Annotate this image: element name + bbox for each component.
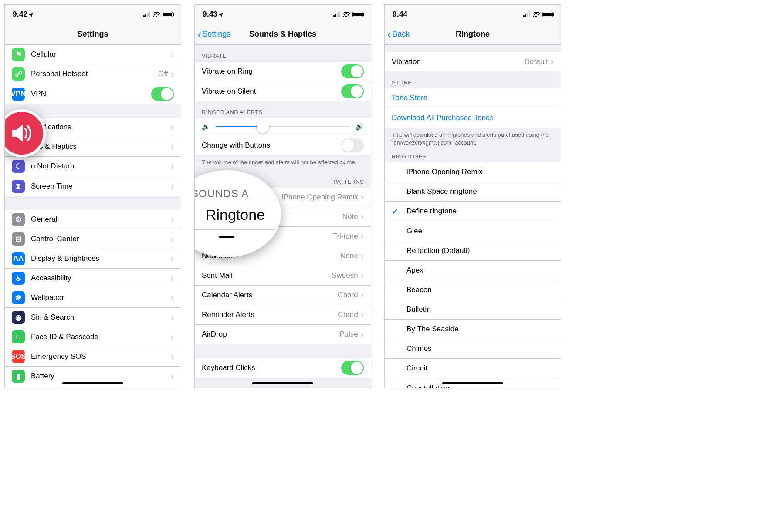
back-button[interactable]: Settings (197, 30, 230, 39)
row-label: Emergency SOS (31, 352, 171, 361)
pattern-label: Sent Mail (202, 271, 332, 280)
general-icon: ⚙ (12, 213, 25, 226)
row-ringtone-custom-3[interactable]: Glee (385, 221, 561, 241)
speaker-icon (8, 119, 36, 147)
cellular-icon: ⚑ (12, 48, 25, 61)
row-pattern-4[interactable]: Sent MailSwoosh› (195, 266, 371, 286)
row-ringtone-builtin-6[interactable]: Circuit (385, 359, 561, 378)
volume-high-icon: 🔊 (355, 122, 364, 131)
toggle-keyboard-clicks[interactable] (341, 361, 364, 375)
toggle-vibrate-ring[interactable] (341, 64, 364, 78)
chevron-right-icon: › (171, 124, 174, 131)
row-ringtone-custom-2[interactable]: ✓Define ringtone (385, 202, 561, 221)
row-control[interactable]: ⊟Control Center› (5, 229, 181, 249)
row-download-tones[interactable]: Download All Purchased Tones (385, 108, 561, 128)
row-privacy[interactable]: ✋Privacy› (5, 386, 181, 388)
row-label: Screen Time (31, 182, 171, 191)
row-change-with-buttons[interactable]: Change with Buttons (195, 135, 371, 155)
toggle-change-buttons[interactable] (341, 138, 364, 152)
row-label: Cellular (31, 50, 171, 59)
back-button[interactable]: Back (387, 30, 410, 39)
settings-list[interactable]: ⚑Cellular›☍Personal HotspotOff›VPNVPN▣No… (5, 45, 181, 388)
chevron-right-icon: › (171, 51, 174, 58)
nav-title: Ringtone (456, 30, 490, 39)
row-faceid[interactable]: ☺Face ID & Passcode› (5, 327, 181, 347)
row-keyboard-clicks[interactable]: Keyboard Clicks (195, 358, 371, 378)
row-pattern-6[interactable]: Reminder AlertsChord› (195, 305, 371, 325)
chevron-right-icon: › (361, 311, 364, 318)
store-header: Store (385, 71, 561, 88)
ringtone-label: iPhone Opening Remix (406, 168, 554, 176)
row-label: Battery (31, 372, 171, 380)
row-ringtone-builtin-3[interactable]: Bulletin (385, 300, 561, 320)
home-indicator[interactable] (252, 382, 313, 384)
chevron-right-icon: › (171, 294, 174, 302)
nav-bar: Settings Sounds & Haptics (195, 24, 371, 45)
row-screentime[interactable]: ⧗Screen Time› (5, 176, 181, 196)
row-siri[interactable]: ◉Siri & Search› (5, 308, 181, 327)
row-accessibility[interactable]: ♿︎Accessibility› (5, 269, 181, 288)
pattern-value: None (340, 252, 358, 260)
pattern-value: Swoosh (332, 271, 358, 280)
row-ringtone-builtin-1[interactable]: Apex (385, 261, 561, 280)
wallpaper-icon: ❀ (12, 291, 25, 304)
bubble-section-header: Sounds a (194, 188, 249, 200)
chevron-right-icon: › (551, 58, 554, 65)
home-indicator[interactable] (62, 382, 123, 384)
row-wallpaper[interactable]: ❀Wallpaper› (5, 288, 181, 308)
wifi-icon (153, 10, 160, 19)
bubble-ringtone-label: Ringtone (194, 200, 279, 230)
row-display[interactable]: AADisplay & Brightness› (5, 249, 181, 269)
battery-icon (163, 12, 173, 17)
row-vpn[interactable]: VPNVPN (5, 84, 181, 104)
ringtone-list[interactable]: Vibration Default › Store Tone Store Dow… (385, 45, 561, 388)
row-pattern-5[interactable]: Calendar AlertsChord› (195, 286, 371, 305)
ringer-header: Ringer and Alerts (195, 101, 371, 118)
pattern-value: iPhone Opening Remix (282, 193, 358, 202)
toggle-vpn[interactable] (151, 87, 174, 101)
pattern-label: Reminder Alerts (202, 310, 338, 319)
nav-title: Sounds & Haptics (249, 30, 316, 39)
row-pattern-7[interactable]: AirDropPulse› (195, 325, 371, 344)
row-label: Notifications (31, 123, 171, 131)
row-dnd[interactable]: ☾o Not Disturb› (5, 157, 181, 176)
chevron-right-icon: › (361, 232, 364, 240)
pattern-value: Chord (338, 291, 358, 300)
row-sos[interactable]: SOSEmergency SOS› (5, 347, 181, 367)
pattern-value: Note (342, 212, 358, 221)
row-ringtone-custom-0[interactable]: iPhone Opening Remix (385, 162, 561, 182)
row-hotspot[interactable]: ☍Personal HotspotOff› (5, 64, 181, 84)
row-cellular[interactable]: ⚑Cellular› (5, 45, 181, 64)
row-ringtone-builtin-4[interactable]: By The Seaside (385, 320, 561, 339)
chevron-right-icon: › (171, 182, 174, 190)
row-vibration[interactable]: Vibration Default › (385, 52, 561, 71)
row-label: Face ID & Passcode (31, 333, 171, 341)
ringtone-label: Constellation (406, 384, 554, 388)
ringtone-label: Reflection (Default) (406, 246, 554, 255)
status-time: 9:43 (203, 10, 217, 19)
row-general[interactable]: ⚙General› (5, 210, 181, 229)
status-bar: 9:43 (195, 5, 371, 24)
row-vibrate-on-ring[interactable]: Vibrate on Ring (195, 62, 371, 81)
chevron-right-icon: › (171, 333, 174, 341)
volume-slider-row[interactable]: 🔈 🔊 (195, 118, 371, 135)
row-vibrate-on-silent[interactable]: Vibrate on Silent (195, 81, 371, 101)
row-label: nds & Haptics (31, 142, 171, 151)
chevron-right-icon: › (171, 314, 174, 321)
toggle-vibrate-silent[interactable] (341, 84, 364, 98)
signal-icon (143, 12, 151, 17)
row-tone-store[interactable]: Tone Store (385, 88, 561, 108)
ringtone-label: Blank Space ringtone (406, 187, 554, 196)
chevron-right-icon: › (361, 252, 364, 259)
row-ringtone-builtin-5[interactable]: Chimes (385, 339, 561, 359)
row-ringtone-custom-1[interactable]: Blank Space ringtone (385, 182, 561, 202)
row-ringtone-builtin-2[interactable]: Beacon (385, 280, 561, 300)
control-icon: ⊟ (12, 232, 25, 246)
ringer-footer: The volume of the ringer and alerts will… (195, 155, 371, 171)
pattern-label: Calendar Alerts (202, 291, 338, 300)
volume-slider[interactable] (216, 126, 350, 127)
home-indicator[interactable] (442, 382, 503, 384)
row-label: Accessibility (31, 274, 171, 283)
status-bar: 9:44 (385, 5, 561, 24)
row-ringtone-builtin-0[interactable]: Reflection (Default) (385, 241, 561, 261)
